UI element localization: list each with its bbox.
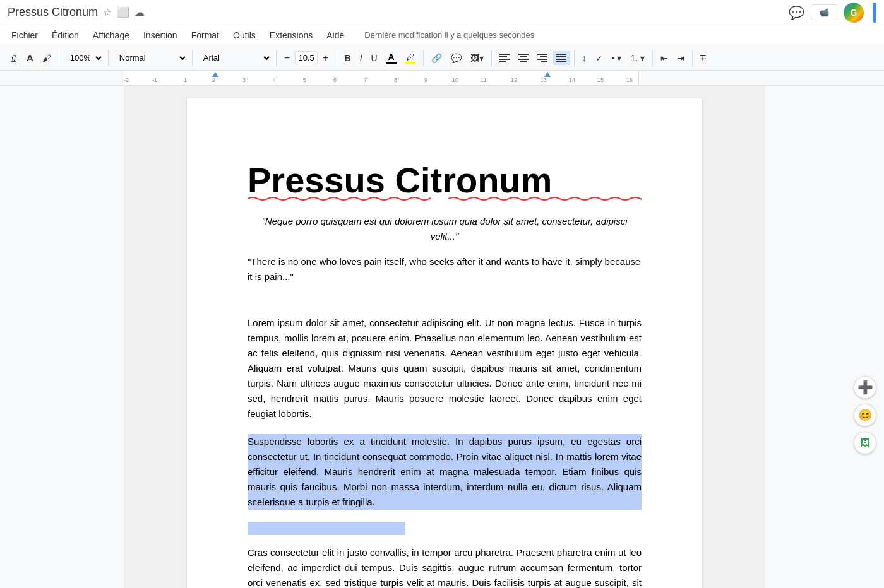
highlight-button[interactable]: 🖊 <box>402 50 419 66</box>
line-spacing-button[interactable]: ↕ <box>578 50 590 66</box>
svg-rect-10 <box>537 59 547 60</box>
svg-rect-7 <box>520 61 527 62</box>
divider-5 <box>337 50 337 66</box>
svg-rect-11 <box>541 61 547 62</box>
doc-para-1: Lorem ipsum dolor sit amet, consectetur … <box>248 315 642 421</box>
clear-format-button[interactable]: T̶ <box>696 50 710 66</box>
print-button[interactable]: 🖨 <box>5 50 21 66</box>
font-select[interactable]: Arial Times New Roman Roboto <box>196 49 272 67</box>
sidebar-right: ➕ 😊 🖼 <box>765 86 884 588</box>
svg-rect-1 <box>499 56 507 57</box>
autosave-status: Dernière modification il y a quelques se… <box>364 30 534 40</box>
divider-4 <box>276 50 277 66</box>
align-right-button[interactable] <box>534 51 551 65</box>
spell-button[interactable]: A <box>23 50 37 66</box>
align-left-button[interactable] <box>496 51 513 65</box>
divider-8 <box>574 50 575 66</box>
svg-rect-12 <box>556 54 566 55</box>
add-comment-button[interactable]: 💬 <box>447 50 465 66</box>
svg-rect-14 <box>556 59 566 60</box>
selection-end-line <box>248 522 642 535</box>
font-size-input[interactable] <box>295 51 318 64</box>
divider-6 <box>423 50 424 66</box>
image-button[interactable]: 🖼▾ <box>467 50 487 66</box>
paint-format-button[interactable]: 🖌 <box>39 50 55 66</box>
ruler: -2 -1 1 2 3 4 5 6 7 8 9 10 11 12 13 14 1… <box>0 71 884 86</box>
align-center-button[interactable] <box>515 51 532 65</box>
divider-9 <box>652 50 653 66</box>
avatar[interactable]: G <box>844 3 864 23</box>
menu-bar: Fichier Édition Affichage Insertion Form… <box>0 25 884 45</box>
vertical-bar <box>873 3 876 23</box>
text-color-button[interactable]: A <box>383 49 400 66</box>
right-icons: 💬 📹 G <box>789 3 876 23</box>
doc-para-2-selected: Suspendisse lobortis ex a tincidunt mole… <box>248 434 642 510</box>
menu-edition[interactable]: Édition <box>45 28 85 43</box>
main-area: Pressus Citronum "Neque porro quisquam e… <box>0 86 884 588</box>
meet-button[interactable]: 📹 <box>811 4 837 20</box>
document-page: Pressus Citronum "Neque porro quisquam e… <box>187 98 702 588</box>
svg-rect-9 <box>540 56 547 57</box>
menu-outils[interactable]: Outils <box>227 28 262 43</box>
star-icon[interactable]: ☆ <box>103 6 112 18</box>
comment-button[interactable]: 💬 <box>789 5 804 20</box>
doc-quote-normal: "There is no one who loves pain itself, … <box>248 254 642 285</box>
menu-insertion[interactable]: Insertion <box>137 28 184 43</box>
menu-aide[interactable]: Aide <box>320 28 350 43</box>
checklist-button[interactable]: ✓ <box>592 50 607 66</box>
style-select[interactable]: Normal Heading 1 Heading 2 Title <box>112 49 188 67</box>
emoji-button[interactable]: 😊 <box>854 404 876 426</box>
add-note-button[interactable]: ➕ <box>854 376 876 399</box>
indent-left-button[interactable]: ⇤ <box>657 50 672 66</box>
menu-affichage[interactable]: Affichage <box>87 28 136 43</box>
sidebar-left <box>0 86 124 588</box>
underline-button[interactable]: U <box>367 50 381 66</box>
title-bar: Pressus Citronum ☆ ⬜ ☁ 💬 📹 G <box>0 0 884 25</box>
ruler-page-area <box>124 71 639 85</box>
doc-para-3: Cras consectetur elit in justo convallis… <box>248 545 642 588</box>
svg-rect-5 <box>520 56 527 57</box>
svg-rect-4 <box>518 54 529 55</box>
divider-1 <box>59 50 59 66</box>
svg-rect-0 <box>499 54 510 55</box>
svg-rect-13 <box>556 56 566 57</box>
image-vote-button[interactable]: 🖼 <box>854 432 876 454</box>
bullets-button[interactable]: • ▾ <box>608 50 626 66</box>
title-icons: ☆ ⬜ ☁ <box>103 6 789 18</box>
app-title: Pressus Citronum <box>8 6 98 19</box>
svg-rect-15 <box>556 61 566 62</box>
zoom-select[interactable]: 100% 75% 125% <box>63 49 104 67</box>
font-size-decrease-button[interactable]: − <box>280 50 294 66</box>
font-size-increase-button[interactable]: + <box>319 50 332 66</box>
document-title: Pressus Citronum <box>248 159 642 201</box>
menu-format[interactable]: Format <box>185 28 225 43</box>
italic-button[interactable]: I <box>356 50 366 66</box>
toolbar: 🖨 A 🖌 100% 75% 125% Normal Heading 1 Hea… <box>0 45 884 71</box>
svg-rect-8 <box>537 54 547 55</box>
numbering-button[interactable]: 1. ▾ <box>626 50 648 66</box>
divider-10 <box>692 50 693 66</box>
svg-rect-6 <box>518 59 529 60</box>
cloud-icon[interactable]: ☁ <box>134 6 145 18</box>
divider-7 <box>491 50 492 66</box>
bold-button[interactable]: B <box>341 50 355 66</box>
divider-3 <box>192 50 193 66</box>
folder-icon[interactable]: ⬜ <box>117 6 129 18</box>
align-justify-button[interactable] <box>552 51 570 65</box>
floating-actions: ➕ 😊 🖼 <box>854 376 876 454</box>
meet-icon: 📹 <box>819 8 829 17</box>
doc-separator <box>248 300 642 300</box>
title-underlines <box>248 196 642 201</box>
menu-extensions[interactable]: Extensions <box>263 28 319 43</box>
menu-fichier[interactable]: Fichier <box>5 28 44 43</box>
doc-quote-italic: "Neque porro quisquam est qui dolorem ip… <box>248 214 642 244</box>
document-container[interactable]: Pressus Citronum "Neque porro quisquam e… <box>124 86 765 588</box>
divider-2 <box>108 50 109 66</box>
indent-right-button[interactable]: ⇥ <box>673 50 688 66</box>
svg-rect-2 <box>499 59 510 60</box>
svg-rect-3 <box>499 61 506 62</box>
link-button[interactable]: 🔗 <box>427 50 446 66</box>
